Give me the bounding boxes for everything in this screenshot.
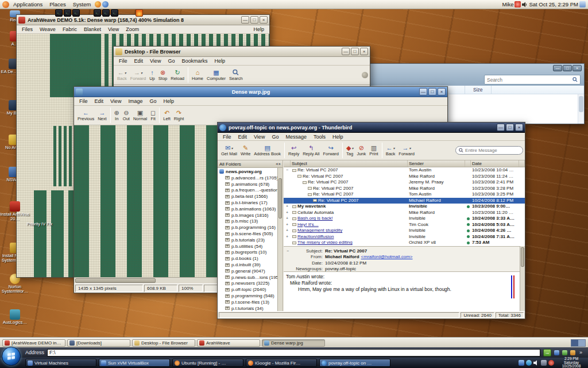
folder-item[interactable]: p.b.utilities (54) (218, 243, 283, 250)
read-indicator-cell[interactable] (465, 199, 471, 202)
folder-item[interactable]: p.a.frequen…-questions (218, 187, 283, 194)
maximize-button[interactable]: □ (351, 48, 359, 55)
message-body-pane[interactable]: Tom Austin wrote:Mike Raiford wrote:Hmm,… (284, 271, 525, 311)
taskbar-app-button[interactable]: Virtual Machines (25, 359, 96, 367)
get-mail-button[interactable]: ✉▾ Get Mail (219, 144, 239, 157)
read-indicator-cell[interactable] (465, 241, 471, 244)
quicklaunch-icon[interactable] (554, 350, 559, 355)
message-row[interactable]: Re: Virtual PC 2007 Michael Raiford 10/2… (284, 198, 525, 204)
thread-twisty[interactable]: + (284, 216, 291, 221)
message-row[interactable]: + Hey! It's… Tim Cook 10/24/2008 5:03 A… (284, 222, 525, 228)
toolbar-overflow-chevron[interactable]: » (578, 350, 583, 355)
editor-launcher-icon[interactable]: ›_ (72, 9, 80, 17)
subject-column-header[interactable]: Subject (291, 160, 408, 167)
terminal-launcher-icon[interactable]: ›_ (64, 9, 71, 17)
next-button[interactable]: → Next (96, 109, 108, 122)
maximize-button[interactable]: □ (250, 16, 258, 24)
scrollbar-thumb[interactable] (579, 96, 583, 112)
address-book-button[interactable]: ▤ Address Book (252, 144, 283, 157)
folder-item[interactable]: p.beta-test (1566) (218, 193, 283, 200)
thunderbird-titlebar[interactable]: povray.off-topic on news.povray.org - Th… (218, 122, 525, 133)
reply-all-button[interactable]: ↰ Reply All (301, 144, 321, 157)
help-menu[interactable]: Help (250, 26, 268, 33)
update-notifier-icon[interactable] (514, 1, 521, 7)
thread-twisty[interactable]: + (284, 222, 291, 228)
help-launcher-icon[interactable] (102, 1, 109, 7)
workspace-1[interactable] (571, 340, 578, 346)
arrow-left-icon[interactable]: ◂ (276, 162, 278, 166)
terminal-launcher-icon[interactable]: ›_ (55, 9, 63, 17)
close-button[interactable]: × (438, 88, 446, 95)
desktop-icon-priority-fix[interactable]: Priority IV Fix (21, 222, 59, 227)
menu-item[interactable]: View (105, 26, 122, 33)
read-indicator-cell[interactable] (465, 169, 471, 172)
menu-item[interactable]: File (76, 98, 91, 105)
message-row[interactable]: Re: Virtual PC 2007 Mike Raiford 10/23/2… (284, 186, 525, 192)
desktop-icon-auslogics[interactable]: AusLogics… (0, 309, 30, 325)
computer-button[interactable]: ▦ Computer (205, 68, 227, 82)
folder-item[interactable]: p.b.images (1816) (218, 212, 283, 218)
maximize-button[interactable]: □ (428, 88, 436, 95)
zoom-normal-button[interactable]: ▣ Normal (131, 109, 149, 122)
message-row[interactable]: + Bash.org is back! Invisible 10/24/2008… (284, 216, 525, 222)
arrow-right-icon[interactable]: ▸ (278, 162, 281, 166)
tray-shield-icon[interactable] (526, 360, 532, 366)
forward-button[interactable]: ↪ Forward (321, 144, 341, 157)
taskbar-app-button[interactable]: iGoogle - Mozilla Fir… (246, 359, 317, 367)
panel-menu[interactable]: Applications (10, 1, 45, 7)
close-button[interactable]: × (360, 48, 368, 55)
panel-clock[interactable]: Sat Oct 25, 2:29 PM (529, 1, 578, 7)
thread-twisty[interactable]: + (284, 210, 291, 216)
folder-item[interactable]: p.b.misc (13) (218, 218, 283, 225)
close-button[interactable]: × (572, 65, 582, 71)
taskbar-window-button[interactable]: Desktop - File Browser (132, 339, 195, 347)
image-viewer-titlebar[interactable]: Dense warp.jpg — □ × (74, 87, 447, 97)
menu-item[interactable]: File (115, 57, 131, 64)
panel-menu[interactable]: System (70, 1, 94, 7)
message-row[interactable]: + My wavetank Invisible 10/23/2008 9:00… (284, 204, 525, 210)
menu-item[interactable]: Message (282, 133, 310, 140)
menu-item[interactable]: File (219, 133, 235, 140)
message-row[interactable]: + Management stupidity Invisible 10/24/2… (284, 228, 525, 234)
explorer-header[interactable]: — □ × (362, 64, 584, 86)
menu-item[interactable]: Fabric (59, 26, 80, 33)
menu-item[interactable]: Help (329, 133, 347, 140)
menu-item[interactable]: Go (146, 98, 160, 105)
menu-item[interactable]: View (146, 57, 164, 64)
close-button[interactable]: × (260, 16, 268, 24)
quicklaunch-icon[interactable] (570, 350, 575, 355)
search-button[interactable]: Search (227, 68, 245, 82)
menu-item[interactable]: Edit (131, 57, 147, 64)
from-email-link[interactable]: <mraiford@hotmail.com> (361, 254, 413, 259)
desktop-icon-install-antivirus[interactable]: Install AntiVirus 20… (0, 201, 30, 221)
read-indicator-cell[interactable] (465, 193, 471, 196)
monitor-launcher-icon[interactable]: ›_ (102, 9, 110, 17)
read-indicator-cell[interactable] (465, 187, 471, 190)
volume-icon[interactable] (522, 2, 528, 7)
home-button[interactable]: ⌂ Home (190, 68, 205, 82)
menu-item[interactable]: Blanket (80, 26, 105, 33)
terminal-launcher-icon[interactable]: ›_ (94, 9, 101, 17)
sender-column-header[interactable]: Sender (408, 160, 465, 167)
tag-button[interactable]: ◆▾ Tag (345, 144, 355, 157)
menu-item[interactable]: Zoom (122, 26, 142, 33)
scrollbar-thumb[interactable] (521, 247, 524, 267)
taskbar-window-button[interactable]: Dense warp.jpg (262, 339, 325, 347)
up-button[interactable]: ↑ Up (148, 68, 157, 82)
menu-item[interactable]: Help (211, 57, 229, 64)
folder-scrollbar[interactable] (277, 168, 283, 311)
menu-item[interactable]: Go (164, 57, 178, 64)
explorer-scrollbar[interactable] (578, 94, 584, 124)
taskbar-app-button[interactable]: Ubuntu [Running] - … (172, 359, 243, 367)
folder-pane-header[interactable]: All Folders ◂ ▸ (218, 160, 283, 168)
minimize-button[interactable]: — (241, 16, 249, 24)
tray-clock[interactable]: 2:29 PM Saturday 10/25/2008 (556, 357, 587, 368)
message-row[interactable]: Re: Virtual PC 2007 Mike Raiford 10/23/2… (284, 174, 525, 180)
distro-menu-icon[interactable] (2, 1, 9, 8)
read-indicator-cell[interactable] (465, 217, 471, 220)
message-row[interactable]: + Cellular Automata Mike Raiford 10/23/2… (284, 210, 525, 216)
account-row[interactable]: news.povray.org (218, 168, 283, 175)
explorer-search-box[interactable] (484, 75, 581, 85)
forward-button[interactable]: →▾ Forward (129, 68, 148, 82)
reply-button[interactable]: ↩ Reply (287, 144, 301, 157)
